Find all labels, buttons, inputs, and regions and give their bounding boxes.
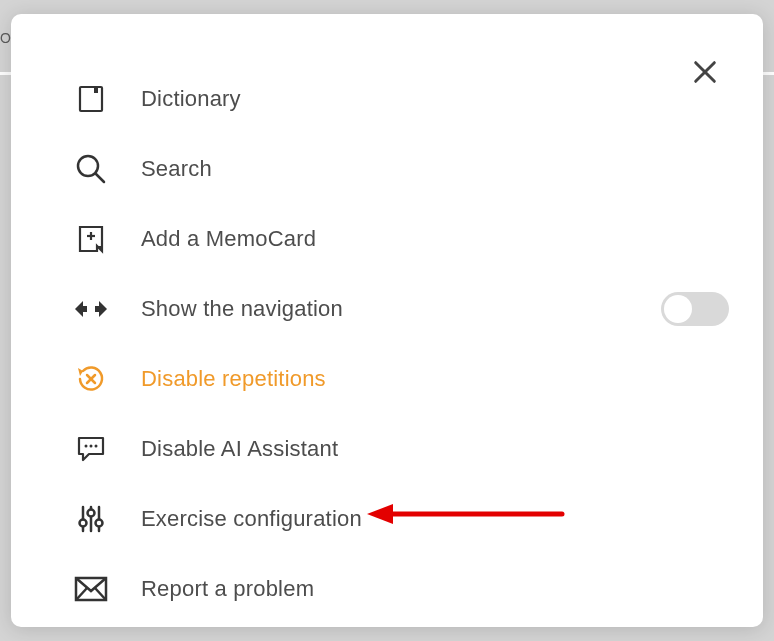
menu-label: Add a MemoCard bbox=[141, 226, 316, 252]
menu-item-search[interactable]: Search bbox=[73, 134, 733, 204]
menu-label: Dictionary bbox=[141, 86, 241, 112]
menu-label: Show the navigation bbox=[141, 296, 343, 322]
menu-item-disable-repetitions[interactable]: Disable repetitions bbox=[73, 344, 733, 414]
svg-point-16 bbox=[80, 520, 87, 527]
svg-point-12 bbox=[95, 445, 98, 448]
svg-rect-3 bbox=[94, 87, 98, 93]
disable-repetitions-icon bbox=[73, 361, 109, 397]
svg-point-17 bbox=[88, 510, 95, 517]
menu-item-report-problem[interactable]: Report a problem bbox=[73, 554, 733, 624]
menu-item-add-memocard[interactable]: Add a MemoCard bbox=[73, 204, 733, 274]
menu-label: Exercise configuration bbox=[141, 506, 362, 532]
menu-label: Search bbox=[141, 156, 212, 182]
svg-point-10 bbox=[85, 445, 88, 448]
svg-point-11 bbox=[90, 445, 93, 448]
navigation-toggle[interactable] bbox=[661, 292, 729, 326]
sliders-icon bbox=[73, 501, 109, 537]
menu-label: Report a problem bbox=[141, 576, 314, 602]
menu-item-exercise-config[interactable]: Exercise configuration bbox=[73, 484, 733, 554]
toggle-knob bbox=[664, 295, 692, 323]
svg-rect-2 bbox=[80, 87, 102, 111]
svg-point-4 bbox=[78, 156, 98, 176]
menu-label: Disable repetitions bbox=[141, 366, 326, 392]
dictionary-icon bbox=[73, 81, 109, 117]
settings-modal: Dictionary Search Add a MemoCard bbox=[11, 14, 763, 627]
add-card-icon bbox=[73, 221, 109, 257]
menu: Dictionary Search Add a MemoCard bbox=[73, 64, 733, 624]
nav-arrows-icon bbox=[73, 291, 109, 327]
menu-item-disable-ai[interactable]: Disable AI Assistant bbox=[73, 414, 733, 484]
chat-icon bbox=[73, 431, 109, 467]
mail-icon bbox=[73, 571, 109, 607]
svg-point-18 bbox=[96, 520, 103, 527]
menu-item-dictionary[interactable]: Dictionary bbox=[73, 64, 733, 134]
search-icon bbox=[73, 151, 109, 187]
svg-line-5 bbox=[96, 174, 104, 182]
menu-item-show-navigation[interactable]: Show the navigation bbox=[73, 274, 733, 344]
menu-label: Disable AI Assistant bbox=[141, 436, 338, 462]
